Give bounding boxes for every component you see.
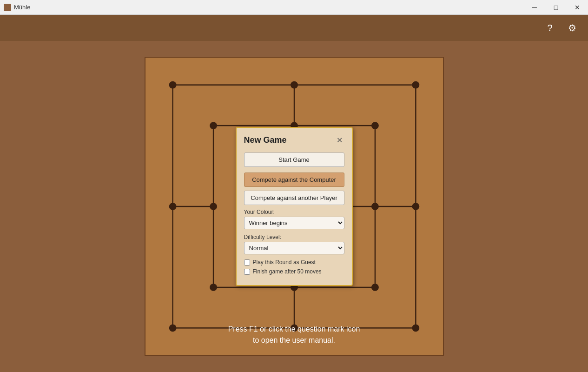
svg-point-15 (412, 324, 419, 332)
your-colour-field: Your Colour: Winner begins White Black (244, 209, 344, 229)
finish-checkbox[interactable] (244, 269, 250, 275)
maximize-button[interactable]: □ (545, 0, 567, 15)
svg-point-26 (210, 203, 217, 210)
dialog-header: New Game ✕ (244, 135, 344, 145)
help-icon: ? (547, 23, 552, 33)
svg-point-12 (291, 81, 298, 89)
svg-point-13 (412, 81, 419, 89)
window-controls: ─ □ ✕ (524, 0, 588, 15)
dialog-close-button[interactable]: ✕ (335, 136, 344, 145)
compete-computer-button[interactable]: Compete against the Computer (244, 173, 344, 187)
settings-button[interactable]: ⚙ (564, 20, 581, 36)
help-button[interactable]: ? (542, 20, 558, 36)
new-game-dialog: New Game ✕ Start Game Compete against th… (236, 127, 353, 286)
difficulty-select[interactable]: Normal Easy Hard (244, 242, 344, 254)
svg-point-23 (371, 284, 378, 291)
compete-player-button[interactable]: Compete against another Player (244, 191, 344, 205)
your-colour-label: Your Colour: (244, 209, 344, 215)
settings-icon: ⚙ (568, 22, 576, 33)
svg-point-16 (291, 324, 298, 332)
dialog-title: New Game (244, 135, 287, 145)
finish-checkbox-label[interactable]: Finish game after 50 moves (253, 268, 322, 275)
your-colour-select[interactable]: Winner begins White Black (244, 217, 344, 229)
difficulty-field: Difficulty Level: Normal Easy Hard (244, 234, 344, 254)
main-area: Press F1 or click the question mark icon… (0, 41, 588, 372)
guest-checkbox-row: Play this Round as Guest (244, 259, 344, 266)
guest-checkbox[interactable] (244, 259, 250, 266)
svg-point-25 (210, 284, 217, 291)
svg-point-22 (371, 203, 378, 210)
svg-point-11 (169, 81, 176, 89)
svg-point-21 (371, 122, 378, 129)
start-game-button[interactable]: Start Game (244, 153, 344, 167)
app-title: Mühle (14, 4, 30, 11)
svg-point-18 (169, 203, 176, 210)
guest-checkbox-label[interactable]: Play this Round as Guest (253, 259, 316, 266)
titlebar: Mühle ─ □ ✕ (0, 0, 588, 15)
minimize-button[interactable]: ─ (524, 0, 545, 15)
svg-point-14 (412, 203, 419, 210)
app-icon (4, 4, 11, 11)
svg-point-17 (169, 324, 176, 332)
game-board: Press F1 or click the question mark icon… (145, 57, 444, 356)
finish-checkbox-row: Finish game after 50 moves (244, 268, 344, 275)
difficulty-label: Difficulty Level: (244, 234, 344, 240)
svg-point-19 (210, 122, 217, 129)
close-button[interactable]: ✕ (567, 0, 588, 15)
app-toolbar: ? ⚙ (0, 15, 588, 41)
